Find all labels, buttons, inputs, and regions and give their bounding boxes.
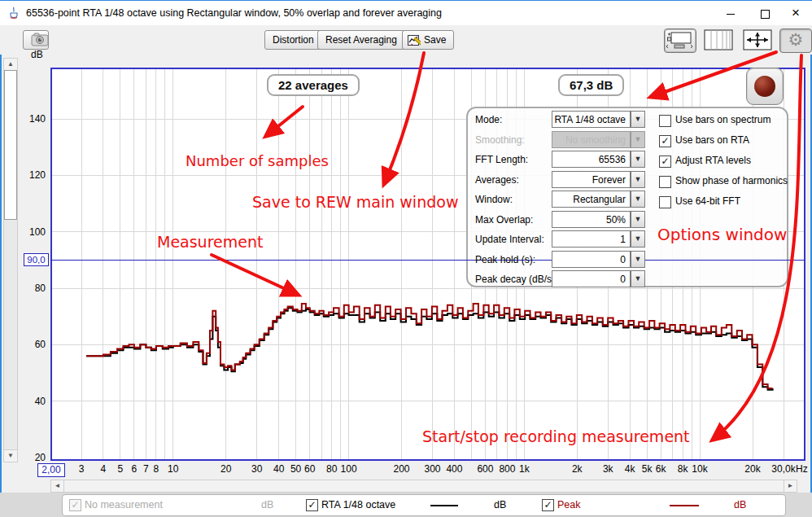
max-overlap-dropdown[interactable]: 50% <box>552 211 631 228</box>
rta-line-swatch <box>430 505 458 506</box>
rta-unit: dB <box>494 499 506 510</box>
fft-length-dropdown-arrow-icon[interactable]: ▼ <box>631 151 645 168</box>
x-tick-label: 100 <box>331 463 367 475</box>
use-bars-spectrum-checkbox[interactable] <box>659 115 671 127</box>
peak-hold-row: Peak hold (s):0▼ <box>466 251 788 269</box>
cursor-level-label: 90,0 <box>24 253 49 266</box>
peak-label: Peak <box>557 499 581 510</box>
vertical-scrollbar-thumb[interactable] <box>4 70 17 220</box>
input-device-icon <box>31 33 49 46</box>
update-interval-dropdown-arrow-icon[interactable]: ▼ <box>631 230 645 248</box>
window-title: 65536-point RTA 1/48 octave using Rectan… <box>26 1 442 25</box>
annotation-start-stop: Start/stop recording measurement <box>422 427 690 445</box>
peak-decay-label: Peak decay (dB/s): <box>475 274 557 285</box>
horizontal-scrollbar[interactable]: ◄ ► <box>50 480 797 493</box>
mode-dropdown[interactable]: RTA 1/48 octave <box>552 111 631 128</box>
distortion-button[interactable]: Distortion <box>264 30 322 50</box>
mode-dropdown-arrow-icon[interactable]: ▼ <box>631 111 645 128</box>
x-tick-label: 10 <box>155 463 191 475</box>
y-tick-label: 100 <box>16 226 46 238</box>
show-phase-harmonics-label: Show phase of harmonics <box>675 175 788 186</box>
update-interval-dropdown[interactable]: 1 <box>552 230 631 248</box>
window-dropdown-arrow-icon[interactable]: ▼ <box>631 191 645 208</box>
peak-unit: dB <box>734 499 746 510</box>
annotation-measurement: Measurement <box>157 233 263 251</box>
smoothing-label: Smoothing: <box>475 134 525 146</box>
annotation-options-window: Options window <box>657 225 787 244</box>
use-bars-rta-checkbox[interactable]: ✓ <box>659 135 671 147</box>
scroll-right-icon[interactable]: ► <box>784 480 797 492</box>
bars-display-button[interactable] <box>703 28 734 51</box>
window-dropdown[interactable]: Rectangular <box>552 191 631 208</box>
smoothing-dropdown[interactable]: No smoothing <box>552 131 631 148</box>
x-tick-label: 10k <box>682 463 718 475</box>
legend-bar: ✓ No measurement dB ✓ RTA 1/48 octave dB… <box>0 493 812 517</box>
legend-panel: ✓ No measurement dB ✓ RTA 1/48 octave dB… <box>62 494 786 516</box>
window-label: Window: <box>475 194 513 205</box>
peak-hold-dropdown-arrow-icon[interactable]: ▼ <box>631 251 645 268</box>
averages-dropdown-arrow-icon[interactable]: ▼ <box>631 171 645 188</box>
annotation-number-of-samples: Number of samples <box>186 152 329 169</box>
pan-arrows-button[interactable] <box>742 28 773 51</box>
no-measurement-unit: dB <box>261 499 273 510</box>
fft-length-label: FFT Length: <box>475 154 528 165</box>
spectrum-layout-icon <box>665 29 694 50</box>
peak-decay-row: Peak decay (dB/s):0▼ <box>466 270 788 288</box>
peak-hold-dropdown[interactable]: 0 <box>552 251 631 268</box>
save-button-label: Save <box>424 34 446 46</box>
save-icon <box>408 34 421 46</box>
use-64bit-fft-checkbox[interactable] <box>659 196 671 208</box>
gear-icon: ⚙ <box>788 30 804 49</box>
peak-decay-dropdown[interactable]: 0 <box>552 270 631 287</box>
scroll-up-icon[interactable]: ▲ <box>4 59 17 71</box>
y-tick-label: 80 <box>16 283 46 294</box>
max-overlap-dropdown-arrow-icon[interactable]: ▼ <box>631 211 645 228</box>
rta-window: 65536-point RTA 1/48 octave using Rectan… <box>0 0 812 517</box>
x-tick-label: 1k <box>506 463 542 475</box>
fft-length-dropdown[interactable]: 65536 <box>552 151 631 168</box>
no-measurement-label: No measurement <box>85 499 163 510</box>
use-bars-rta-label: Use bars on RTA <box>675 134 749 146</box>
spectrum-layout-button[interactable] <box>664 28 696 53</box>
title-bar: 65536-point RTA 1/48 octave using Rectan… <box>0 1 812 25</box>
x-axis-unit: Hz <box>796 463 808 475</box>
minimize-button[interactable] <box>718 1 744 25</box>
adjust-rta-levels-label: Adjust RTA levels <box>675 155 751 166</box>
annotation-save-to-rew: Save to REW main window <box>252 193 458 211</box>
averages-dropdown[interactable]: Forever <box>552 171 631 188</box>
close-button[interactable]: × <box>783 1 809 25</box>
adjust-rta-levels-checkbox[interactable]: ✓ <box>659 156 671 168</box>
record-button[interactable] <box>746 68 784 105</box>
bars-display-icon <box>703 28 734 51</box>
options-panel-content: Mode:RTA 1/48 octave▼Smoothing:No smooth… <box>466 107 788 287</box>
settings-gear-button[interactable]: ⚙ <box>779 28 812 53</box>
averages-label: Averages: <box>475 174 519 186</box>
scroll-left-icon[interactable]: ◄ <box>51 480 64 492</box>
maximize-button[interactable] <box>752 1 778 25</box>
use-64bit-fft-label: Use 64-bit FFT <box>675 195 740 207</box>
y-tick-label: 120 <box>16 169 46 181</box>
toolbar: Distortion Reset Averaging Save <box>0 25 812 55</box>
update-interval-label: Update Interval: <box>475 234 544 245</box>
mode-label: Mode: <box>475 114 502 125</box>
max-overlap-label: Max Overlap: <box>475 214 533 226</box>
peak-decay-dropdown-arrow-icon[interactable]: ▼ <box>631 270 645 287</box>
save-button[interactable]: Save <box>402 30 454 50</box>
peak-line-swatch <box>670 505 699 506</box>
pan-arrows-icon <box>742 28 773 51</box>
java-icon <box>7 7 20 20</box>
scroll-down-icon[interactable]: ▼ <box>4 449 17 462</box>
peak-checkbox[interactable]: ✓ <box>542 499 554 511</box>
show-phase-harmonics-checkbox[interactable] <box>659 176 671 188</box>
no-measurement-checkbox[interactable]: ✓ <box>69 499 81 511</box>
rta-checkbox[interactable]: ✓ <box>306 499 318 511</box>
cursor-frequency-label: 2,00 <box>37 463 65 477</box>
y-tick-label: 40 <box>16 396 46 407</box>
smoothing-dropdown-arrow-icon[interactable]: ▼ <box>631 131 645 148</box>
level-badge: 67,3 dB <box>558 74 624 96</box>
input-device-button[interactable] <box>23 30 49 50</box>
reset-averaging-button[interactable]: Reset Averaging <box>317 30 405 50</box>
use-bars-spectrum-label: Use bars on spectrum <box>675 114 771 125</box>
y-tick-label: 140 <box>16 113 46 125</box>
rta-label: RTA 1/48 octave <box>321 499 395 510</box>
